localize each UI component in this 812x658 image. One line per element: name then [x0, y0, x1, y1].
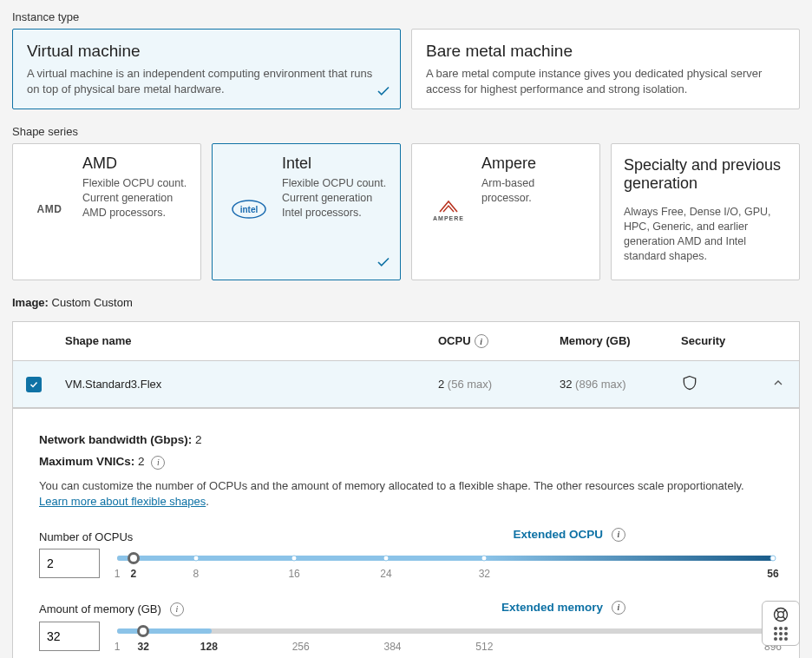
- shape-table: Shape name OCPUi Memory (GB) Security VM…: [12, 321, 800, 410]
- series-desc: Always Free, Dense I/O, GPU, HPC, Generi…: [624, 205, 787, 264]
- extended-memory-label: Extended memory i: [501, 601, 625, 615]
- series-desc: Flexible OCPU count. Current generation …: [82, 176, 188, 220]
- shape-detail-panel: Network bandwidth (Gbps): 2 Maximum VNIC…: [12, 409, 800, 658]
- memory-slider-block: Amount of memory (GB) i Extended memory …: [39, 602, 773, 655]
- memory-input[interactable]: [39, 622, 100, 651]
- ocpu-slider-block: Number of OCPUs Extended OCPU i: [39, 530, 773, 582]
- row-checkbox[interactable]: [26, 377, 42, 392]
- learn-more-link[interactable]: Learn more about flexible shapes: [39, 495, 206, 508]
- col-ocpu: OCPUi: [428, 322, 549, 361]
- info-icon[interactable]: i: [170, 602, 184, 616]
- grid-icon: [774, 627, 788, 641]
- instance-type-row: Virtual machine A virtual machine is an …: [12, 29, 800, 109]
- series-title: Ampere: [481, 155, 587, 173]
- info-icon[interactable]: i: [612, 528, 625, 542]
- series-title: Intel: [282, 155, 388, 173]
- intel-logo: intel: [225, 199, 273, 220]
- shape-row[interactable]: VM.Standard3.Flex 2 (56 max) 32 (896 max…: [13, 361, 799, 408]
- instance-type-bare-metal[interactable]: Bare metal machine A bare metal compute …: [411, 29, 800, 109]
- shape-table-header: Shape name OCPUi Memory (GB) Security: [13, 322, 799, 362]
- series-title: AMD: [82, 155, 188, 173]
- info-icon[interactable]: i: [612, 601, 625, 615]
- series-desc: Arm-based processor.: [481, 176, 587, 206]
- vnics-line: Maximum VNICs: 2 i: [39, 455, 773, 469]
- shape-series-row: AMD AMD Flexible OCPU count. Current gen…: [12, 143, 800, 280]
- svg-point-4: [778, 612, 784, 618]
- ocpu-label: Number of OCPUs: [39, 530, 773, 543]
- ocpu-slider[interactable]: Extended OCPU i 1 2 8 16: [117, 549, 773, 582]
- instance-type-virtual-machine[interactable]: Virtual machine A virtual machine is an …: [12, 29, 401, 109]
- series-desc: Flexible OCPU count. Current generation …: [282, 176, 388, 220]
- ocpu-input[interactable]: [39, 549, 100, 578]
- card-desc: A virtual machine is an independent comp…: [27, 66, 386, 96]
- svg-line-5: [776, 609, 778, 612]
- memory-label: Amount of memory (GB) i: [39, 602, 773, 616]
- chevron-up-icon[interactable]: [771, 376, 785, 392]
- col-security: Security: [671, 322, 757, 361]
- shape-memory: 32 (896 max): [549, 365, 671, 403]
- svg-text:intel: intel: [240, 205, 259, 214]
- extended-ocpu-label: Extended OCPU i: [513, 528, 625, 542]
- shape-series-label: Shape series: [12, 125, 800, 138]
- help-widget[interactable]: [762, 601, 800, 646]
- shape-series-intel[interactable]: intel Intel Flexible OCPU count. Current…: [212, 143, 401, 280]
- lifebuoy-icon: [772, 606, 789, 623]
- image-value: Custom Custom: [52, 296, 133, 309]
- svg-line-8: [776, 617, 778, 620]
- shield-icon: [681, 373, 698, 395]
- shape-series-specialty[interactable]: Specialty and previous generation Always…: [611, 143, 800, 280]
- series-title: Specialty and previous generation: [624, 156, 787, 193]
- image-label: Image:: [12, 296, 49, 309]
- image-line: Image: Custom Custom: [12, 296, 800, 309]
- check-icon: [376, 254, 391, 273]
- shape-series-amd[interactable]: AMD AMD Flexible OCPU count. Current gen…: [12, 143, 201, 280]
- svg-text:AMPERE: AMPERE: [433, 215, 464, 221]
- check-icon: [376, 83, 391, 102]
- bandwidth-line: Network bandwidth (Gbps): 2: [39, 433, 773, 446]
- flex-help-text: You can customize the number of OCPUs an…: [39, 478, 773, 510]
- card-title: Bare metal machine: [426, 42, 785, 61]
- info-icon[interactable]: i: [475, 334, 488, 348]
- col-shape-name: Shape name: [55, 322, 428, 361]
- col-memory: Memory (GB): [549, 322, 671, 361]
- instance-type-label: Instance type: [12, 10, 800, 23]
- ampere-logo: AMPERE: [424, 196, 473, 222]
- svg-line-7: [783, 609, 786, 612]
- card-desc: A bare metal compute instance gives you …: [426, 66, 785, 96]
- shape-ocpu: 2 (56 max): [428, 365, 549, 403]
- shape-series-ampere[interactable]: AMPERE Ampere Arm-based processor.: [411, 143, 600, 280]
- memory-slider[interactable]: Extended memory i 1 32 128 256 384 512 8…: [117, 622, 773, 655]
- svg-line-6: [783, 617, 786, 620]
- info-icon[interactable]: i: [151, 456, 165, 470]
- card-title: Virtual machine: [27, 42, 386, 61]
- amd-logo: AMD: [25, 203, 74, 215]
- shape-name: VM.Standard3.Flex: [55, 365, 428, 403]
